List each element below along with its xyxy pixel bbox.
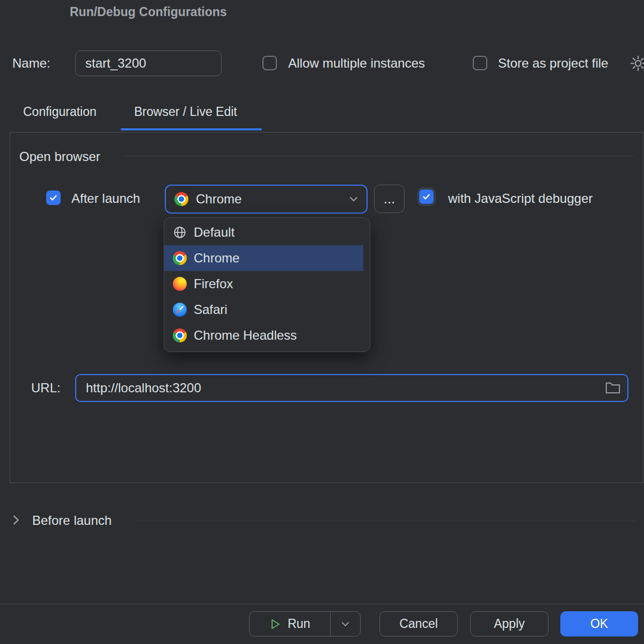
allow-multiple-instances-label: Allow multiple instances [288, 56, 425, 71]
browser-select[interactable]: Chrome [165, 185, 368, 214]
before-launch-divider [135, 521, 635, 521]
dropdown-item-default[interactable]: Default [164, 219, 363, 245]
folder-icon[interactable] [605, 381, 620, 396]
chrome-icon [173, 251, 187, 265]
run-button-label: Run [288, 617, 310, 631]
chrome-icon [174, 192, 188, 206]
browser-select-value: Chrome [196, 192, 241, 207]
active-tab-underline [121, 128, 262, 130]
url-label: URL: [31, 380, 61, 396]
after-launch-checkbox[interactable] [46, 191, 61, 205]
dropdown-item-label: Chrome [194, 251, 239, 266]
run-button-main[interactable]: Run [250, 612, 330, 636]
browse-more-button[interactable]: ... [374, 185, 405, 213]
tab-configuration[interactable]: Configuration [23, 105, 97, 119]
dialog-title: Run/Debug Configurations [70, 5, 227, 19]
safari-icon [173, 303, 187, 317]
run-debug-configurations-dialog: Run/Debug Configurations Name: Allow mul… [0, 0, 644, 644]
cancel-button[interactable]: Cancel [379, 611, 458, 636]
play-icon [269, 618, 281, 630]
dropdown-item-chrome-headless[interactable]: Chrome Headless [164, 323, 363, 348]
section-divider [125, 156, 633, 156]
js-debugger-checkbox[interactable] [419, 189, 434, 204]
run-options-dropdown[interactable] [330, 612, 360, 636]
ok-button[interactable]: OK [560, 611, 638, 636]
dropdown-item-chrome[interactable]: Chrome [164, 245, 363, 271]
run-button[interactable]: Run [249, 611, 361, 636]
tab-browser-live-edit[interactable]: Browser / Live Edit [134, 105, 237, 119]
apply-button[interactable]: Apply [470, 611, 548, 636]
store-as-project-file-checkbox[interactable] [473, 56, 487, 70]
url-input[interactable] [75, 374, 628, 402]
open-browser-section-title: Open browser [19, 149, 100, 164]
dropdown-item-label: Safari [194, 302, 228, 317]
after-launch-label: After launch [71, 191, 140, 206]
allow-multiple-instances-checkbox[interactable] [262, 56, 277, 70]
chrome-icon [173, 328, 187, 342]
globe-icon [173, 225, 187, 239]
name-label: Name: [12, 56, 50, 71]
firefox-icon [173, 277, 187, 291]
dropdown-item-firefox[interactable]: Firefox [164, 271, 363, 297]
footer-separator [0, 604, 644, 604]
name-input[interactable] [75, 50, 222, 76]
store-as-project-file-label: Store as project file [498, 56, 608, 71]
dropdown-item-safari[interactable]: Safari [164, 297, 363, 323]
chevron-down-icon [341, 621, 349, 627]
dropdown-item-label: Chrome Headless [194, 328, 297, 343]
chevron-right-icon[interactable] [13, 515, 19, 528]
chevron-down-icon [349, 194, 358, 204]
browser-dropdown-popup: Default Chrome Firefox Safari Chrome Hea… [164, 217, 370, 352]
before-launch-label[interactable]: Before launch [32, 513, 112, 528]
dropdown-item-label: Default [194, 225, 235, 240]
dropdown-item-label: Firefox [194, 276, 233, 291]
check-icon [49, 193, 58, 202]
js-debugger-label: with JavaScript debugger [448, 191, 592, 206]
gear-icon[interactable] [630, 55, 644, 74]
check-icon [422, 192, 431, 201]
